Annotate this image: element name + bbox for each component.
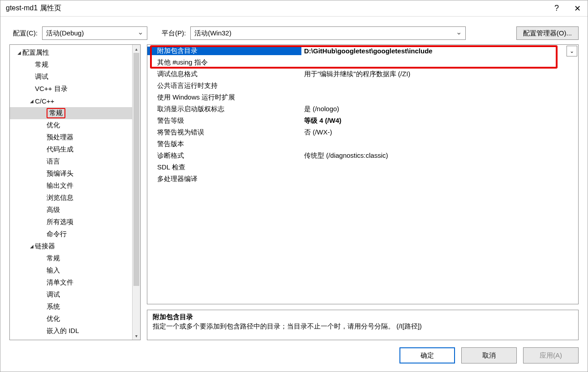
- tree-item-label: 命令行: [47, 230, 67, 238]
- body-area: ◢配置属性常规调试VC++ 目录◢C/C++常规优化预处理器代码生成语言预编译头…: [0, 44, 588, 347]
- tree-item-label: 调试: [47, 290, 60, 299]
- property-label: 附加包含目录: [147, 47, 301, 55]
- property-dropdown-button[interactable]: ⌄: [567, 46, 577, 56]
- tree-item[interactable]: 语言: [10, 156, 132, 168]
- tree-item[interactable]: 常规: [10, 252, 132, 264]
- tree-panel: ◢配置属性常规调试VC++ 目录◢C/C++常规优化预处理器代码生成语言预编译头…: [9, 44, 141, 340]
- tree-item-label: 调试: [35, 73, 48, 81]
- property-label: 调试信息格式: [147, 70, 301, 78]
- tree-item[interactable]: VC++ 目录: [10, 83, 132, 95]
- description-panel: 附加包含目录 指定一个或多个要添加到包含路径中的目录；当目录不止一个时，请用分号…: [147, 310, 579, 340]
- config-combo[interactable]: 活动(Debug): [42, 26, 147, 40]
- tree-item[interactable]: 输出文件: [10, 180, 132, 192]
- tree-item[interactable]: 输入: [10, 264, 132, 277]
- tree-item[interactable]: 嵌入的 IDL: [10, 325, 132, 337]
- property-row[interactable]: 取消显示启动版权标志是 (/nologo): [147, 103, 578, 115]
- tree-item[interactable]: 预编译头: [10, 168, 132, 180]
- property-label: 使用 Windows 运行时扩展: [147, 93, 301, 102]
- tree-item[interactable]: ◢C/C++: [10, 95, 132, 107]
- property-row[interactable]: 使用 Windows 运行时扩展: [147, 91, 578, 103]
- description-title: 附加包含目录: [153, 313, 573, 321]
- tree-scroll[interactable]: ◢配置属性常规调试VC++ 目录◢C/C++常规优化预处理器代码生成语言预编译头…: [10, 45, 132, 340]
- close-icon: ✕: [574, 4, 581, 13]
- tree-item[interactable]: 优化: [10, 119, 132, 131]
- property-value: 传统型 (/diagnostics:classic): [301, 151, 578, 160]
- cancel-button[interactable]: 取消: [461, 347, 517, 363]
- config-value: 活动(Debug): [46, 29, 84, 38]
- tree-item-label: 浏览信息: [47, 194, 73, 202]
- ok-button[interactable]: 确定: [399, 347, 455, 363]
- tree-item-label: 清单文件: [47, 278, 73, 287]
- tree-item[interactable]: 所有选项: [10, 216, 132, 228]
- tree-item[interactable]: 常规: [10, 59, 132, 71]
- property-label: 警告等级: [147, 117, 301, 125]
- tree-item-label: 常规: [47, 108, 65, 118]
- tree-item-label: 代码生成: [47, 145, 73, 154]
- property-row[interactable]: 警告版本: [147, 138, 578, 150]
- help-button[interactable]: ?: [546, 0, 567, 17]
- tree-item[interactable]: 浏览信息: [10, 192, 132, 204]
- tree-item-label: C/C++: [35, 97, 54, 105]
- property-label: 诊断格式: [147, 151, 301, 160]
- tree-item-label: 高级: [47, 206, 60, 214]
- titlebar: gtest-md1 属性页 ? ✕: [0, 0, 588, 17]
- expand-arrow-icon: ◢: [29, 99, 35, 104]
- property-row[interactable]: 调试信息格式用于"编辑并继续"的程序数据库 (/ZI): [147, 68, 578, 80]
- tree-item-label: 输入: [47, 266, 60, 275]
- button-row: 确定 取消 应用(A): [0, 347, 588, 372]
- property-label: 警告版本: [147, 140, 301, 148]
- property-row[interactable]: 其他 #using 指令: [147, 56, 578, 68]
- scroll-thumb[interactable]: [133, 53, 139, 286]
- property-label: 公共语言运行时支持: [147, 82, 301, 90]
- tree-item-label: 预处理器: [47, 133, 73, 142]
- tree-item-label: 链接器: [35, 242, 55, 251]
- tree-item-label: 系统: [47, 303, 60, 311]
- platform-label: 平台(P):: [162, 29, 186, 38]
- property-row[interactable]: 警告等级等级 4 (/W4): [147, 115, 578, 126]
- property-label: SDL 检查: [147, 163, 301, 172]
- tree-item[interactable]: ◢配置属性: [10, 47, 132, 59]
- tree-item[interactable]: 代码生成: [10, 143, 132, 156]
- tree-item-label: 输出文件: [47, 182, 73, 190]
- tree-item[interactable]: 命令行: [10, 228, 132, 240]
- tree-item-label: 优化: [47, 121, 60, 130]
- tree-item[interactable]: 调试: [10, 71, 132, 83]
- tree-item[interactable]: 常规: [10, 107, 132, 119]
- scroll-up-icon[interactable]: ▴: [133, 45, 140, 53]
- tree-item[interactable]: 高级: [10, 204, 132, 216]
- tree-item-label: 常规: [35, 61, 48, 69]
- tree-item[interactable]: 预处理器: [10, 131, 132, 143]
- property-row[interactable]: 多处理器编译: [147, 173, 578, 185]
- tree-item[interactable]: 调试: [10, 289, 132, 301]
- property-row[interactable]: SDL 检查: [147, 161, 578, 173]
- property-value: 用于"编辑并继续"的程序数据库 (/ZI): [301, 70, 578, 78]
- tree-item-label: 语言: [47, 157, 60, 166]
- property-row[interactable]: 诊断格式传统型 (/diagnostics:classic): [147, 150, 578, 161]
- window-title: gtest-md1 属性页: [6, 4, 546, 13]
- tree-item[interactable]: 优化: [10, 313, 132, 325]
- apply-button[interactable]: 应用(A): [523, 347, 579, 363]
- config-manager-button[interactable]: 配置管理器(O)...: [516, 26, 579, 40]
- property-row[interactable]: 公共语言运行时支持: [147, 80, 578, 91]
- close-button[interactable]: ✕: [567, 0, 588, 17]
- expand-arrow-icon: ◢: [16, 50, 22, 55]
- property-row[interactable]: 附加包含目录D:\GitHub\googletest\googletest\in…: [147, 45, 578, 56]
- help-icon: ?: [554, 4, 559, 13]
- property-label: 取消显示启动版权标志: [147, 105, 301, 113]
- property-label: 其他 #using 指令: [147, 58, 301, 67]
- config-row: 配置(C): 活动(Debug) 平台(P): 活动(Win32) 配置管理器(…: [0, 17, 588, 44]
- tree-item[interactable]: 系统: [10, 301, 132, 313]
- property-dialog: gtest-md1 属性页 ? ✕ 配置(C): 活动(Debug) 平台(P)…: [0, 0, 588, 372]
- tree-item-label: 预编译头: [47, 169, 73, 178]
- tree-item[interactable]: ◢链接器: [10, 240, 132, 252]
- platform-value: 活动(Win32): [194, 29, 232, 38]
- property-value: 否 (/WX-): [301, 128, 578, 137]
- tree-item[interactable]: 清单文件: [10, 277, 132, 289]
- chevron-down-icon: ⌄: [570, 48, 574, 54]
- platform-combo[interactable]: 活动(Win32): [190, 26, 466, 40]
- scroll-down-icon[interactable]: ▾: [133, 332, 140, 340]
- tree-scrollbar[interactable]: ▴ ▾: [132, 45, 140, 340]
- expand-arrow-icon: ◢: [29, 244, 35, 249]
- property-row[interactable]: 将警告视为错误否 (/WX-): [147, 126, 578, 138]
- right-panel: ⌄ 附加包含目录D:\GitHub\googletest\googletest\…: [147, 44, 579, 340]
